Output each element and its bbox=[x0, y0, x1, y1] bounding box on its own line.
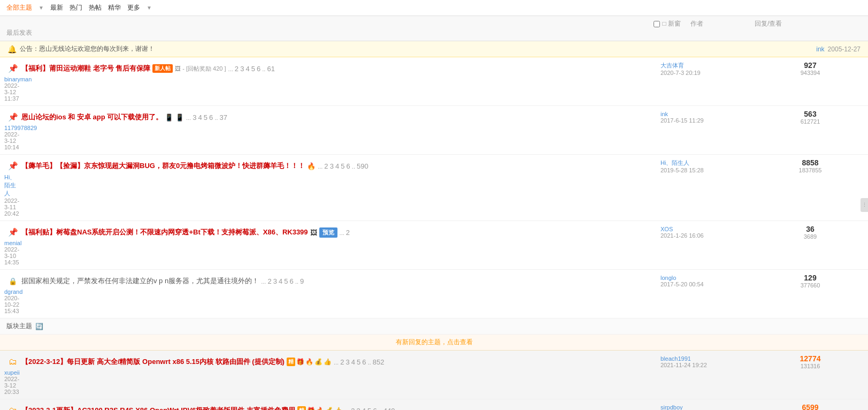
pinned-row-5: 🔒 据国家相关规定，严禁发布任何非法建立的v p n服务器，尤其是通往境外的！ … bbox=[0, 270, 868, 318]
t1-date: 2021-11-24 19:22 bbox=[660, 362, 757, 368]
pin2-replies: 563 bbox=[757, 110, 864, 118]
t1-last-time: 2022-3-12 20:33 bbox=[4, 376, 21, 395]
pin3-date: 2019-5-28 15:28 bbox=[660, 167, 757, 173]
t2-author[interactable]: sirpdboy bbox=[660, 404, 757, 410]
notice-text: 公告：恩山无线论坛欢迎您的每次到来，谢谢！ bbox=[20, 44, 155, 54]
pin1-pages: ... 2 3 4 5 6 .. 61 bbox=[228, 65, 275, 73]
pin4-date: 2021-1-26 16:06 bbox=[660, 232, 757, 239]
pin5-replies: 129 bbox=[757, 274, 864, 282]
notice-icon: 🔔 bbox=[7, 45, 17, 54]
badge-new-user-1: 新人帖 bbox=[152, 64, 173, 73]
thread-row-t1: 🗂 【2022-3-12】每日更新 高大全/精简版 Openwrt x86 5.… bbox=[0, 351, 868, 399]
divider-new-replies[interactable]: 有新回复的主题，点击查看 bbox=[0, 335, 868, 351]
pin1-last-author[interactable]: binaryman bbox=[4, 76, 21, 82]
t1-author-col: bleach1991 2021-11-24 19:22 bbox=[660, 355, 757, 368]
pinned-link-4[interactable]: 【福利贴】树莓盘NAS系统开启公测！不限速内网穿透+Bt下载！支持树莓派、X86… bbox=[21, 227, 308, 237]
pin5-author-col: longlo 2017-5-20 00:54 bbox=[660, 275, 757, 287]
t2-replies: 6599 bbox=[757, 403, 864, 410]
pin1-date: 2020-7-3 20:19 bbox=[660, 70, 757, 76]
pin3-views: 1837855 bbox=[757, 167, 864, 173]
thread-table-header: □ 新窗 作者 回复/查看 最后发表 bbox=[0, 16, 868, 41]
scroll-indicator[interactable]: ⋮ bbox=[861, 198, 868, 212]
pin4-lastpost: menial 2022-3-10 14:35 bbox=[4, 240, 21, 265]
pin2-lastpost: 1179978829 2022-3-12 10:14 bbox=[4, 125, 21, 150]
pinned-title-1: 【福利】莆田运动潮鞋 老字号 售后有保障 新人帖 🖼 - [回帖奖励 420 ]… bbox=[21, 64, 618, 73]
pin2-author[interactable]: ink bbox=[660, 111, 757, 117]
nav-hotpost[interactable]: 热帖 bbox=[89, 3, 102, 12]
emoji-t2-1: 🎁 bbox=[307, 407, 315, 410]
col-new-checkbox[interactable]: □ 新窗 bbox=[648, 19, 685, 28]
section-label: 版块主题 bbox=[6, 322, 32, 331]
new-window-label: □ 新窗 bbox=[662, 19, 681, 28]
emoji-t2-2: 🔥 bbox=[316, 407, 324, 410]
t1-views: 131316 bbox=[757, 363, 864, 369]
pin4-last-author[interactable]: menial bbox=[4, 240, 21, 246]
t2-link[interactable]: 【2022-3-1更新】AC2100 R2S R4S X86 OpenWrt I… bbox=[21, 406, 295, 410]
nav-featured[interactable]: 精华 bbox=[108, 3, 121, 12]
pin4-author-col: XOS 2021-1-26 16:06 bbox=[660, 226, 757, 239]
threads-section: 🗂 【2022-3-12】每日更新 高大全/精简版 Openwrt x86 5.… bbox=[0, 351, 868, 410]
pin3-replies-col: 8858 1837855 bbox=[757, 158, 864, 173]
t1-author[interactable]: bleach1991 bbox=[660, 355, 757, 362]
pin3-pages: ... 2 3 4 5 6 .. 590 bbox=[318, 162, 368, 170]
t1-folder-icon: 🗂 bbox=[4, 357, 21, 367]
nav-more[interactable]: 更多 bbox=[127, 3, 140, 12]
pin4-replies-col: 36 3689 bbox=[757, 225, 864, 240]
pin2-pages: ... 3 4 5 6 .. 37 bbox=[186, 113, 227, 122]
nav-all-topics[interactable]: 全部主题 bbox=[6, 3, 32, 12]
pinned-icon-5: 🔒 bbox=[4, 276, 21, 286]
pin1-author-col: 大吉体育 2020-7-3 20:19 bbox=[660, 62, 757, 76]
pinned-title-5: 据国家相关规定，严禁发布任何非法建立的v p n服务器，尤其是通往境外的！ ..… bbox=[21, 276, 618, 286]
pin5-last-time: 2020-10-22 15:43 bbox=[4, 295, 21, 314]
pin5-lastpost: dgrand 2020-10-22 15:43 bbox=[4, 288, 21, 314]
pin3-author[interactable]: Hi、陌生人 bbox=[660, 159, 757, 167]
pin1-views: 943394 bbox=[757, 70, 864, 76]
t1-link[interactable]: 【2022-3-12】每日更新 高大全/精简版 Openwrt x86 5.15… bbox=[21, 357, 285, 367]
pinned-icon-3: 📌 bbox=[4, 161, 21, 171]
col-lastpost: 最后发表 bbox=[6, 28, 648, 37]
pin5-pages: ... 2 3 4 5 6 .. 9 bbox=[261, 277, 304, 285]
thread-row-t2: 🗂 【2022-3-1更新】AC2100 R2S R4S X86 OpenWrt… bbox=[0, 399, 868, 410]
nav-latest[interactable]: 最新 bbox=[50, 3, 63, 12]
refresh-icon[interactable]: 🔄 bbox=[35, 323, 43, 330]
pinned-link-3[interactable]: 【薅羊毛】【捡漏】京东惊现超大漏洞BUG，群友0元撸电烤箱微波炉！快进群薅羊毛！… bbox=[21, 161, 305, 171]
t1-last-author[interactable]: xupeii bbox=[4, 369, 21, 376]
t2-title: 【2022-3-1更新】AC2100 R2S R4S X86 OpenWrt I… bbox=[21, 406, 618, 410]
pin3-author-col: Hi、陌生人 2019-5-28 15:28 bbox=[660, 159, 757, 173]
pinned-title-3: 【薅羊毛】【捡漏】京东惊现超大漏洞BUG，群友0元撸电烤箱微波炉！快进群薅羊毛！… bbox=[21, 161, 618, 171]
pin5-last-author[interactable]: dgrand bbox=[4, 288, 21, 295]
t2-author-col: sirpdboy 2021-6-20 07:43 bbox=[660, 404, 757, 410]
pin4-views: 3689 bbox=[757, 233, 864, 240]
pin3-last-author[interactable]: Hi、陌生人 bbox=[4, 173, 21, 198]
emoji-t1-3: 💰 bbox=[314, 358, 322, 366]
t2-badges: 精 🎁 🔥 💰 👍 bbox=[297, 406, 342, 410]
emoji-t2-3: 💰 bbox=[325, 407, 333, 410]
nav-hot[interactable]: 热门 bbox=[70, 3, 82, 12]
pin2-views: 612721 bbox=[757, 118, 864, 125]
t1-badges: 精 🎁 🔥 💰 👍 bbox=[287, 358, 332, 366]
pin1-lastpost: binaryman 2022-3-12 11:37 bbox=[4, 76, 21, 102]
t1-title: 【2022-3-12】每日更新 高大全/精简版 Openwrt x86 5.15… bbox=[21, 357, 618, 367]
pin2-last-author[interactable]: 1179978829 bbox=[4, 125, 21, 131]
pin1-replies-col: 927 943394 bbox=[757, 61, 864, 76]
pin4-pages: ... 2 bbox=[340, 229, 350, 237]
pin4-author[interactable]: XOS bbox=[660, 226, 757, 232]
pin4-replies: 36 bbox=[757, 225, 864, 233]
new-window-checkbox[interactable] bbox=[654, 21, 660, 27]
pin3-replies: 8858 bbox=[757, 158, 864, 167]
pin2-author-col: ink 2017-6-15 11:29 bbox=[660, 111, 757, 124]
t2-folder-icon: 🗂 bbox=[4, 406, 21, 410]
pinned-link-1[interactable]: 【福利】莆田运动潮鞋 老字号 售后有保障 bbox=[21, 64, 150, 73]
pin2-last-time: 2022-3-12 10:14 bbox=[4, 131, 21, 150]
pinned-link-2[interactable]: 恩山论坛的ios 和 安卓 app 可以下载使用了。 bbox=[21, 112, 163, 122]
pin5-author[interactable]: longlo bbox=[660, 275, 757, 281]
scroll-arrows: ⋮ bbox=[862, 202, 867, 208]
nav-arrow-0: ▼ bbox=[39, 5, 44, 11]
pinned-threads-section: 📌 【福利】莆田运动潮鞋 老字号 售后有保障 新人帖 🖼 - [回帖奖励 420… bbox=[0, 57, 868, 318]
notice-author: ink bbox=[816, 45, 824, 53]
pinned-icon-4: 📌 bbox=[4, 227, 21, 237]
notice-date: 2005-12-27 bbox=[828, 45, 861, 53]
pinned-link-5[interactable]: 据国家相关规定，严禁发布任何非法建立的v p n服务器，尤其是通往境外的！ bbox=[21, 276, 259, 286]
pin1-author[interactable]: 大吉体育 bbox=[660, 62, 757, 70]
pinned-icon-2: 📌 bbox=[4, 112, 21, 122]
